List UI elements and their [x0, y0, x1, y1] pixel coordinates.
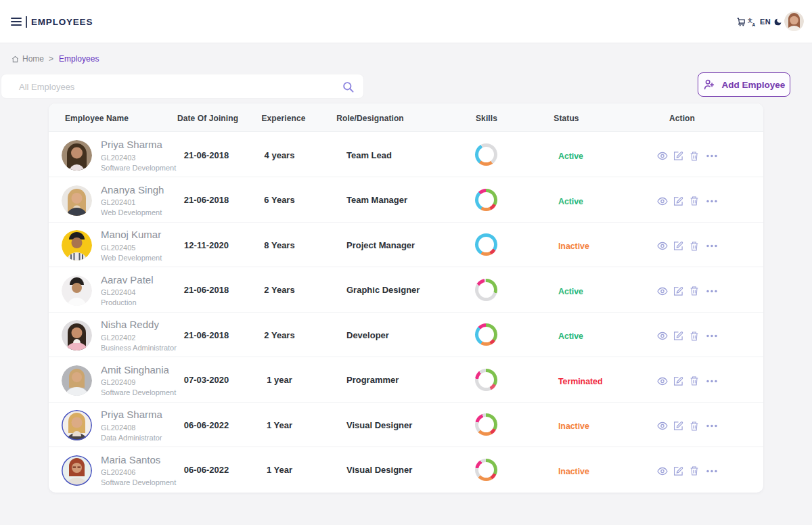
svg-text:A: A	[752, 22, 756, 26]
svg-text:文: 文	[748, 18, 752, 23]
